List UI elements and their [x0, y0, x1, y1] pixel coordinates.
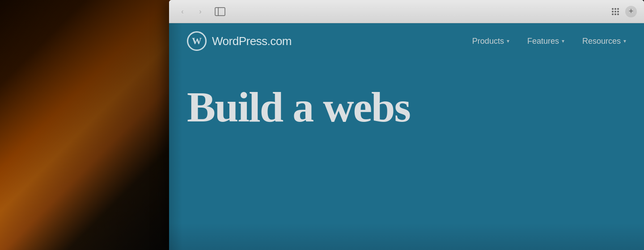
grid-icon	[612, 8, 619, 15]
products-chevron-icon: ▾	[507, 38, 509, 44]
wordpress-site: W WordPress.com Products ▾ Features ▾ Re…	[169, 23, 644, 250]
wp-letter: W	[192, 35, 202, 47]
add-tab-button[interactable]: +	[625, 6, 637, 17]
add-tab-icon: +	[629, 7, 634, 16]
nav-item-products[interactable]: Products ▾	[472, 37, 509, 46]
nav-products-label: Products	[472, 37, 504, 46]
sidebar-icon	[215, 7, 225, 16]
nav-item-resources[interactable]: Resources ▾	[582, 37, 626, 46]
hero-headline: Build a webs	[187, 86, 410, 129]
forward-button[interactable]: ›	[194, 5, 207, 18]
extensions-button[interactable]	[609, 5, 622, 18]
features-chevron-icon: ▾	[562, 38, 564, 44]
forward-icon: ›	[199, 8, 201, 16]
browser-toolbar: ‹ ›	[169, 0, 644, 23]
nav-item-features[interactable]: Features ▾	[527, 37, 564, 46]
nav-resources-label: Resources	[582, 37, 621, 46]
wordpress-nav: W WordPress.com Products ▾ Features ▾ Re…	[169, 23, 644, 59]
toolbar-right: +	[609, 5, 637, 18]
wordpress-logo-text: WordPress.com	[212, 34, 292, 48]
wordpress-logo[interactable]: W WordPress.com	[187, 31, 292, 51]
back-icon: ‹	[181, 8, 183, 16]
sidebar-toggle-button[interactable]	[212, 5, 228, 18]
svg-rect-0	[215, 8, 225, 16]
background-panel	[0, 0, 174, 250]
browser-window: ‹ ›	[169, 0, 644, 250]
wordpress-logo-icon: W	[187, 31, 207, 51]
nav-features-label: Features	[527, 37, 559, 46]
wordpress-hero: Build a webs	[169, 59, 644, 129]
scene: ‹ ›	[0, 0, 644, 250]
back-button[interactable]: ‹	[176, 5, 189, 18]
resources-chevron-icon: ▾	[623, 38, 626, 44]
